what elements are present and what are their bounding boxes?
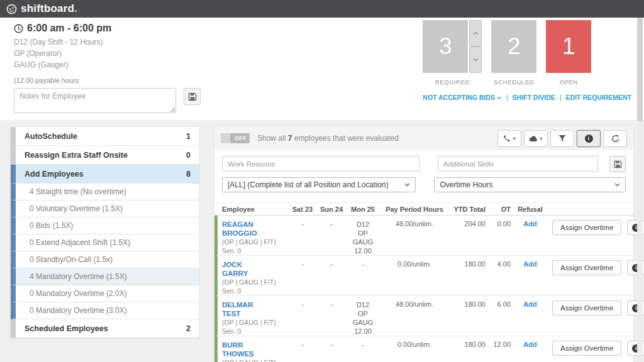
sidebar-item[interactable]: 4 Mandatory Overtime (1.5X) <box>11 268 199 285</box>
employee-name-link[interactable]: GARRY <box>222 269 288 278</box>
sidebar-item-label: Add Employees <box>25 170 84 178</box>
ot-cell: 6.00 <box>486 300 511 336</box>
employee-name-link[interactable]: JOCK <box>222 260 288 269</box>
assign-overtime-button[interactable]: Assign Overtime <box>552 220 621 235</box>
filters-section: [ALL] (Complete list of all Position and… <box>214 150 633 201</box>
required-decrement-button[interactable] <box>469 47 482 73</box>
refusal-cell: Add <box>511 260 550 295</box>
save-filters-button[interactable] <box>609 156 626 172</box>
sidebar-item[interactable]: 0 Mandatory Overtime (2.0X) <box>11 285 199 302</box>
employee-name-link[interactable]: BURR <box>222 341 288 349</box>
shift-detail-skill: GAUG (Gauger) <box>14 59 201 70</box>
refusal-add-link[interactable]: Add <box>523 260 536 268</box>
required-spinner <box>469 20 482 73</box>
shift-divide-link[interactable]: SHIFT DIVIDE <box>513 94 555 101</box>
employee-name-link[interactable]: BROGGIO <box>222 229 288 238</box>
employee-name-link[interactable]: REAGAN <box>222 220 288 229</box>
stat-required: 3 REQUIRED <box>423 20 482 85</box>
sidebar-item[interactable]: Reassign Extra Staff Onsite0 <box>11 146 199 165</box>
shift-details: D12 (Day Shift - 12 Hours) OP (Operator)… <box>14 36 201 70</box>
evaluated-toolbar: OFF Show all 7 employees that were evalu… <box>214 126 633 150</box>
scrollbar-thumb[interactable] <box>637 18 643 121</box>
not-accepting-bids-label: NOT ACCEPTING BIDS <box>423 94 495 101</box>
work-reasons-input[interactable] <box>222 156 419 172</box>
not-accepting-bids-link[interactable]: NOT ACCEPTING BIDS <box>423 94 502 101</box>
mon-shift-line: OP <box>346 229 380 238</box>
required-increment-button[interactable] <box>469 20 482 47</box>
employee-cell: JOCKGARRY(OP | GAUG | F/T)Sen. 0 <box>218 260 288 295</box>
mon-shift-line: GAUG <box>346 238 380 246</box>
shiftboard-logo-icon <box>6 4 17 14</box>
sidebar-item[interactable]: Scheduled Employees2 <box>11 319 199 338</box>
content-area: AutoSchedule1Reassign Extra Staff Onsite… <box>0 121 644 362</box>
page-scrollbar[interactable] <box>637 18 643 362</box>
employee-name-link[interactable]: THOWES <box>222 349 288 358</box>
mon-shift-line: - <box>346 260 380 269</box>
refusal-cell: Add <box>511 300 550 336</box>
column-header-sun: Sun 24 <box>317 206 346 213</box>
sidebar-item-label: 0 Voluntary Overtime (1.5X) <box>30 204 123 213</box>
assign-overtime-button[interactable]: Assign Overtime <box>552 260 621 275</box>
position-filter-value: [ALL] (Complete list of all Position and… <box>228 180 388 189</box>
topbar: shiftboard . <box>0 0 644 18</box>
sidebar-item[interactable]: AutoSchedule1 <box>11 127 199 146</box>
pay-period-cell: 48.00/unlim. <box>380 300 449 336</box>
sidebar-item-label: 0 Bids (1.5X) <box>30 221 73 230</box>
phone-button[interactable]: ▾ <box>497 130 521 147</box>
assign-overtime-button[interactable]: Assign Overtime <box>552 341 621 356</box>
sat-cell: - <box>288 300 317 336</box>
phone-icon <box>503 134 511 142</box>
shift-time-range: 6:00 am - 6:00 pm <box>27 23 111 34</box>
ot-cell: 4.00 <box>486 260 511 295</box>
edit-requirement-link[interactable]: EDIT REQUIREMENT <box>566 94 631 101</box>
info-button[interactable]: i <box>577 130 601 147</box>
info-icon: i <box>585 134 593 143</box>
assign-overtime-button[interactable]: Assign Overtime <box>552 300 621 315</box>
employee-row: BURRTHOWES(OP | GAUG | F/T)Sen. 0---0.00… <box>214 336 633 362</box>
notes-for-employee-input[interactable] <box>14 88 176 113</box>
required-count-box: 3 <box>423 20 468 73</box>
stat-open: 1 OPEN <box>546 20 591 85</box>
sidebar-item-label: 4 Mandatory Overtime (1.5X) <box>30 272 127 281</box>
overtime-hours-select[interactable]: Overtime Hours <box>434 177 626 192</box>
page: shiftboard . 6:00 am - 6:00 pm D12 (Day … <box>0 0 644 362</box>
mon-cell: D12OPGAUG12.00 <box>346 220 380 255</box>
cloud-download-icon <box>529 135 538 142</box>
ytd-total-cell: 204.00 <box>449 220 486 255</box>
mon-shift-line: GAUG <box>346 318 380 327</box>
actions-cell: Assign Overtimei <box>550 220 644 255</box>
refusal-add-link[interactable]: Add <box>523 341 536 348</box>
employee-cell: REAGANBROGGIO(OP | GAUG | F/T)Sen. 0 <box>218 220 288 255</box>
sidebar-item[interactable]: Add Employees8 <box>11 165 199 184</box>
sidebar-item[interactable]: 0 Standby/On-Call (1.5x) <box>11 251 199 268</box>
employee-name-link[interactable]: TEST <box>222 309 288 318</box>
filter-button[interactable] <box>550 130 574 147</box>
column-header-employee: Employee <box>218 206 288 213</box>
cloud-download-button[interactable]: ▾ <box>524 130 548 147</box>
requirements-panel: 3 REQUIRED <box>423 20 631 101</box>
refresh-button[interactable] <box>603 130 627 147</box>
position-filter-select[interactable]: [ALL] (Complete list of all Position and… <box>222 177 416 192</box>
refresh-icon <box>611 134 619 143</box>
save-notes-button[interactable] <box>184 88 201 105</box>
refusal-add-link[interactable]: Add <box>523 300 536 308</box>
chevron-down-icon <box>404 183 410 187</box>
show-evaluated-toggle[interactable]: OFF <box>221 133 250 143</box>
refusal-add-link[interactable]: Add <box>523 220 536 228</box>
shift-info: 6:00 am - 6:00 pm D12 (Day Shift - 12 Ho… <box>14 23 201 113</box>
sidebar-item[interactable]: 0 Voluntary Overtime (1.5X) <box>11 200 199 217</box>
column-header-mon: Mon 25 <box>346 206 380 213</box>
mon-shift-line: - <box>346 341 380 349</box>
sidebar-item[interactable]: 0 Bids (1.5X) <box>11 217 199 234</box>
employee-row: REAGANBROGGIO(OP | GAUG | F/T)Sen. 0--D1… <box>214 216 633 256</box>
sidebar-item[interactable]: 4 Straight time (No overtime) <box>11 184 199 200</box>
sidebar-item[interactable]: 0 Mandatory Overtime (3.0X) <box>11 302 199 319</box>
mon-cell: - <box>346 341 380 362</box>
column-header-sat: Sat 23 <box>288 206 317 213</box>
sidebar-item[interactable]: 0 Extend Adjacent Shift (1.5X) <box>11 234 199 251</box>
employee-name-link[interactable]: DELMAR <box>222 300 288 309</box>
column-header-pay-period: Pay Period Hours <box>380 206 449 213</box>
employee-table: Employee Sat 23 Sun 24 Mon 25 Pay Period… <box>214 202 633 362</box>
sidebar-item-label: Reassign Extra Staff Onsite <box>25 151 128 160</box>
additional-skills-input[interactable] <box>438 156 598 172</box>
